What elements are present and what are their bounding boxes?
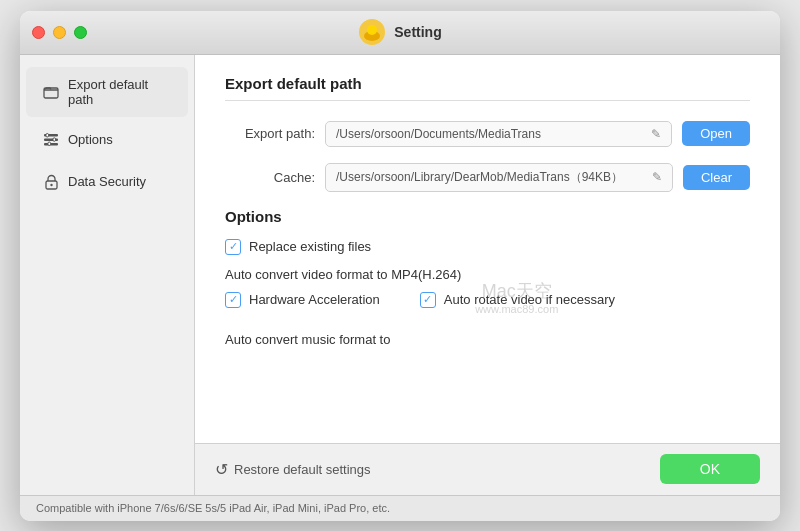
restore-label: Restore default settings [234, 462, 371, 477]
open-button[interactable]: Open [682, 121, 750, 146]
hardware-acceleration-checkmark: ✓ [229, 294, 238, 305]
auto-rotate-row: ✓ Auto rotate video if necessary [420, 292, 615, 308]
settings-window: Setting Export default path [20, 11, 780, 521]
section-title: Export default path [225, 75, 750, 101]
lock-icon [42, 173, 60, 191]
app-icon [358, 18, 386, 46]
restore-default-button[interactable]: ↺ Restore default settings [215, 460, 371, 479]
replace-existing-row: ✓ Replace existing files [225, 239, 750, 255]
titlebar: Setting [20, 11, 780, 55]
export-path-label: Export path: [225, 126, 315, 141]
window-title: Setting [394, 24, 441, 40]
maximize-button[interactable] [74, 26, 87, 39]
sidebar-label-data-security: Data Security [68, 174, 146, 189]
options-title: Options [225, 208, 750, 225]
restore-icon: ↺ [215, 460, 228, 479]
auto-rotate-label: Auto rotate video if necessary [444, 292, 615, 307]
clear-button[interactable]: Clear [683, 165, 750, 190]
options-section: Options ✓ Replace existing files Auto co… [225, 208, 750, 347]
svg-point-11 [50, 183, 52, 185]
bottom-bar: Compatible with iPhone 7/6s/6/SE 5s/5 iP… [20, 495, 780, 521]
sidebar-item-options[interactable]: Options [26, 121, 188, 159]
panel: Export default path Export path: /Users/… [195, 55, 780, 495]
sidebar: Export default path Options [20, 55, 195, 495]
export-path-row: Export path: /Users/orsoon/Documents/Med… [225, 121, 750, 147]
video-options-group: ✓ Hardware Acceleration ✓ Auto rotate vi… [225, 292, 750, 320]
cache-label: Cache: [225, 170, 315, 185]
cache-row: Cache: /Users/orsoon/Library/DearMob/Med… [225, 163, 750, 192]
cache-path-edit-icon[interactable]: ✎ [652, 170, 662, 184]
sidebar-label-options: Options [68, 132, 113, 147]
export-path-value: /Users/orsoon/Documents/MediaTrans [336, 127, 645, 141]
auto-convert-video-title: Auto convert video format to MP4(H.264) [225, 267, 750, 282]
minimize-button[interactable] [53, 26, 66, 39]
auto-rotate-checkbox[interactable]: ✓ [420, 292, 436, 308]
replace-existing-label: Replace existing files [249, 239, 371, 254]
ok-button[interactable]: OK [660, 454, 760, 484]
hardware-acceleration-checkbox[interactable]: ✓ [225, 292, 241, 308]
folder-icon [42, 83, 60, 101]
sidebar-item-data-security[interactable]: Data Security [26, 163, 188, 201]
options-icon [42, 131, 60, 149]
auto-convert-music-title: Auto convert music format to [225, 332, 750, 347]
cache-path-value: /Users/orsoon/Library/DearMob/MediaTrans… [336, 169, 646, 186]
svg-rect-9 [48, 142, 51, 146]
main-content: Export default path Options [20, 55, 780, 495]
auto-rotate-checkmark: ✓ [423, 294, 432, 305]
hardware-acceleration-row: ✓ Hardware Acceleration [225, 292, 380, 308]
footer: ↺ Restore default settings OK [195, 443, 780, 495]
svg-rect-8 [53, 137, 56, 141]
hardware-acceleration-label: Hardware Acceleration [249, 292, 380, 307]
sidebar-label-export: Export default path [68, 77, 172, 107]
close-button[interactable] [32, 26, 45, 39]
cache-path-field: /Users/orsoon/Library/DearMob/MediaTrans… [325, 163, 673, 192]
svg-rect-7 [46, 133, 49, 137]
svg-point-2 [367, 25, 377, 35]
export-path-field: /Users/orsoon/Documents/MediaTrans ✎ [325, 121, 672, 147]
compatible-text: Compatible with iPhone 7/6s/6/SE 5s/5 iP… [36, 502, 390, 514]
sidebar-item-export-default-path[interactable]: Export default path [26, 67, 188, 117]
replace-existing-checkbox[interactable]: ✓ [225, 239, 241, 255]
panel-body: Export default path Export path: /Users/… [195, 55, 780, 443]
traffic-lights [32, 26, 87, 39]
export-path-edit-icon[interactable]: ✎ [651, 127, 661, 141]
replace-existing-checkmark: ✓ [229, 241, 238, 252]
